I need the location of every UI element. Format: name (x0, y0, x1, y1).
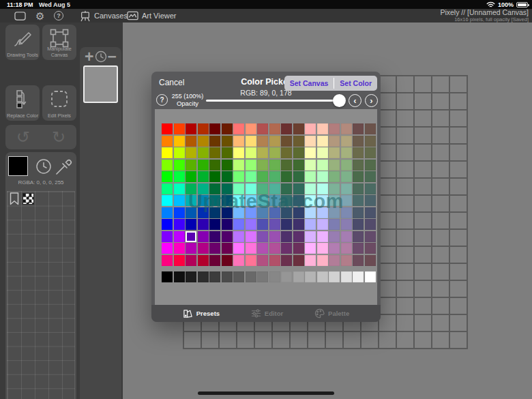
palette-swatch[interactable] (162, 243, 173, 254)
edit-pixels-button[interactable]: Edit Pixels (42, 85, 76, 121)
palette-swatch[interactable] (329, 136, 340, 147)
palette-swatch[interactable] (341, 147, 352, 158)
palette-swatch[interactable] (246, 147, 256, 158)
palette-swatch[interactable] (281, 243, 292, 254)
gear-icon[interactable]: ⚙ (35, 9, 44, 23)
grayscale-swatch[interactable] (174, 271, 185, 282)
palette-swatch[interactable] (305, 243, 316, 254)
palette-swatch[interactable] (341, 160, 352, 171)
palette-swatch[interactable] (209, 171, 220, 182)
canvas-box-icon[interactable] (14, 9, 26, 23)
palette-swatch[interactable] (329, 255, 340, 266)
opacity-slider-thumb[interactable] (333, 94, 346, 107)
grayscale-swatch[interactable] (233, 271, 244, 282)
palette-swatch[interactable] (281, 171, 292, 182)
palette-swatch[interactable] (209, 147, 220, 158)
palette-swatch[interactable] (293, 171, 304, 182)
palette-swatch[interactable] (174, 123, 185, 134)
palette-swatch[interactable] (281, 123, 292, 134)
palette-swatch[interactable] (222, 171, 233, 182)
palette-swatch[interactable] (246, 243, 256, 254)
palette-swatch[interactable] (353, 160, 364, 171)
add-canvas-icon[interactable]: + (85, 48, 93, 66)
palette-swatch[interactable] (269, 136, 280, 147)
replace-color-button[interactable]: Replace Color (5, 85, 40, 121)
palette-swatch[interactable] (341, 219, 352, 230)
palette-swatch[interactable] (162, 123, 173, 134)
palette-swatch[interactable] (174, 160, 185, 171)
remove-canvas-icon[interactable]: − (108, 48, 117, 66)
palette-swatch[interactable] (317, 147, 328, 158)
grayscale-swatch[interactable] (365, 271, 376, 282)
palette-swatch[interactable] (365, 171, 376, 182)
palette-swatch[interactable] (329, 243, 340, 254)
palette-swatch[interactable] (209, 123, 220, 134)
palette-swatch[interactable] (198, 219, 209, 230)
palette-swatch[interactable] (281, 136, 292, 147)
palette-swatch[interactable] (162, 183, 173, 194)
palette-swatch[interactable] (269, 123, 280, 134)
palette-swatch[interactable] (293, 147, 304, 158)
palette-swatch[interactable] (162, 171, 173, 182)
palette-swatch[interactable] (186, 147, 196, 158)
palette-swatch[interactable] (162, 136, 173, 147)
palette-swatch[interactable] (305, 136, 316, 147)
palette-swatch[interactable] (246, 136, 256, 147)
palette-swatch[interactable] (222, 243, 233, 254)
palette-swatch[interactable] (293, 136, 304, 147)
palette-swatch[interactable] (209, 255, 220, 266)
palette-swatch[interactable] (305, 171, 316, 182)
palette-swatch[interactable] (293, 231, 304, 242)
palette-swatch[interactable] (186, 219, 196, 230)
palette-swatch[interactable] (174, 183, 185, 194)
palette-swatch[interactable] (365, 160, 376, 171)
grayscale-swatch[interactable] (257, 271, 268, 282)
palette-swatch[interactable] (317, 231, 328, 242)
palette-swatch[interactable] (317, 123, 328, 134)
palette-swatch[interactable] (269, 147, 280, 158)
palette-swatch[interactable] (209, 243, 220, 254)
palette-swatch[interactable] (174, 171, 185, 182)
canvases-button[interactable]: Canvases (80, 9, 128, 23)
palette-swatch[interactable] (162, 231, 173, 242)
palette-swatch[interactable] (269, 171, 280, 182)
palette-swatch[interactable] (198, 243, 209, 254)
palette-swatch[interactable] (174, 255, 185, 266)
grayscale-swatch[interactable] (269, 271, 280, 282)
palette-swatch[interactable] (209, 219, 220, 230)
palette-swatch[interactable] (162, 207, 173, 218)
palette-swatch[interactable] (269, 160, 280, 171)
palette-swatch[interactable] (222, 160, 233, 171)
palette-swatch[interactable] (353, 171, 364, 182)
palette-swatch[interactable] (233, 147, 244, 158)
grayscale-swatch[interactable] (222, 271, 233, 282)
opacity-help-icon[interactable]: ? (156, 94, 168, 106)
palette-swatch[interactable] (281, 147, 292, 158)
palette-swatch[interactable] (317, 171, 328, 182)
palette-swatch[interactable] (162, 255, 173, 266)
drawing-tools-button[interactable]: Drawing Tools (5, 25, 40, 60)
tab-editor[interactable]: Editor (251, 308, 283, 319)
palette-swatch[interactable] (341, 243, 352, 254)
palette-swatch[interactable] (233, 243, 244, 254)
palette-swatch[interactable] (257, 243, 268, 254)
palette-swatch[interactable] (174, 207, 185, 218)
palette-swatch[interactable] (353, 243, 364, 254)
palette-swatch[interactable] (329, 219, 340, 230)
palette-swatch[interactable] (222, 147, 233, 158)
palette-swatch[interactable] (186, 136, 196, 147)
palette-swatch[interactable] (317, 160, 328, 171)
palette-swatch[interactable] (186, 123, 196, 134)
palette-swatch[interactable] (257, 147, 268, 158)
palette-swatch[interactable] (233, 123, 244, 134)
opacity-slider-track[interactable] (206, 100, 344, 102)
palette-swatch[interactable] (353, 219, 364, 230)
palette-swatch[interactable] (246, 255, 256, 266)
grayscale-swatch[interactable] (317, 271, 328, 282)
palette-swatch[interactable] (233, 255, 244, 266)
palette-swatch[interactable] (341, 255, 352, 266)
palette-swatch[interactable] (246, 219, 256, 230)
palette-swatch[interactable] (209, 136, 220, 147)
palette-swatch[interactable] (233, 231, 244, 242)
palette-swatch[interactable] (257, 219, 268, 230)
